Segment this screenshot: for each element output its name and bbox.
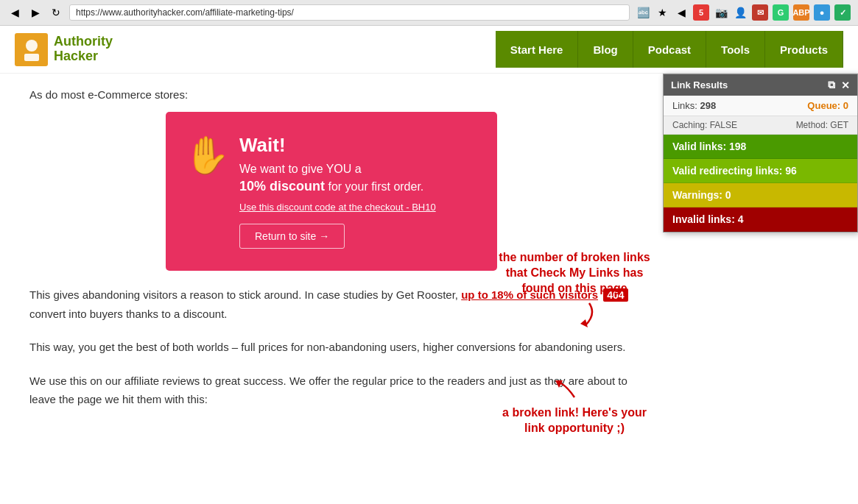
logo-image [15, 33, 48, 66]
logo-text: Authority Hacker [54, 35, 113, 64]
nav-products[interactable]: Products [765, 31, 843, 68]
valid-redirecting-stat: Valid redirecting links: 96 [664, 159, 857, 183]
arrow-to-panel [552, 299, 597, 329]
popup-code: Use this discount code at the checkout -… [239, 202, 471, 213]
forward-icon[interactable]: ▶ [28, 5, 43, 20]
annotation-broken-link-text: a broken link! Here's your link opportun… [493, 405, 655, 436]
queue-value: Queue: 0 [807, 100, 848, 111]
browser-chrome: ◀ ▶ ↻ 🔤 ★ ◀ 5 📷 👤 ✉ G ABP ● ✓ [0, 0, 858, 26]
ext-g[interactable]: G [773, 4, 789, 21]
main-nav: Start Here Blog Podcast Tools Products [496, 31, 843, 68]
browser-extension-icons: 🔤 ★ ◀ 5 📷 👤 ✉ G ABP ● ✓ [636, 4, 851, 21]
panel-close-icon[interactable]: ✕ [841, 79, 850, 91]
ext-check[interactable]: ✓ [834, 4, 851, 21]
ext-blue[interactable]: ● [814, 4, 830, 21]
bookmark-icon[interactable]: ★ [655, 5, 669, 20]
svg-marker-3 [580, 319, 588, 327]
translate-icon[interactable]: 🔤 [636, 5, 650, 20]
svg-point-1 [26, 40, 38, 52]
panel-meta: Caching: FALSE Method: GET [664, 116, 857, 135]
para2: This way, you get the best of both world… [29, 338, 633, 357]
svg-rect-2 [24, 54, 39, 61]
nav-tools[interactable]: Tools [706, 31, 765, 68]
refresh-icon[interactable]: ↻ [49, 5, 63, 20]
logo-area[interactable]: Authority Hacker [15, 33, 113, 66]
caching-label: Caching: FALSE [672, 120, 737, 130]
url-bar[interactable] [69, 4, 630, 21]
hand-icon: ✋ [184, 134, 230, 177]
invalid-links-stat: Invalid links: 4 [664, 207, 857, 232]
panel-links-row: Links: 298 Queue: 0 [664, 96, 857, 116]
method-label: Method: GET [796, 120, 848, 130]
user-icon[interactable]: 👤 [733, 5, 748, 20]
annotation-broken-count: the number of broken links that Check My… [493, 250, 655, 332]
link-results-panel: Link Results ⧉ ✕ Links: 298 Queue: 0 Cac… [663, 74, 858, 233]
annotation-broken-count-text: the number of broken links that Check My… [493, 250, 655, 296]
annotation-broken-link: a broken link! Here's your link opportun… [493, 379, 655, 436]
nav-blog[interactable]: Blog [578, 31, 633, 68]
popup-title: Wait! [239, 134, 471, 157]
intro-text: As do most e-Commerce stores: [29, 88, 633, 101]
return-to-site-button[interactable]: Return to site → [239, 224, 345, 249]
nav-podcast[interactable]: Podcast [633, 31, 706, 68]
panel-expand-icon[interactable]: ⧉ [828, 79, 835, 91]
links-label: Links: 298 [672, 100, 716, 111]
back-icon[interactable]: ◀ [7, 5, 22, 20]
nav-start-here[interactable]: Start Here [496, 31, 579, 68]
panel-header: Link Results ⧉ ✕ [664, 74, 857, 96]
ext-icon-5[interactable]: 5 [693, 4, 709, 21]
ext-abp[interactable]: ABP [793, 4, 809, 21]
arrow-to-link [552, 379, 597, 401]
site-header: Authority Hacker Start Here Blog Podcast… [0, 26, 858, 74]
page-wrapper: As do most e-Commerce stores: ✋ Wait! We… [0, 74, 858, 439]
ext-gmail[interactable]: ✉ [752, 4, 768, 21]
panel-title: Link Results [671, 79, 828, 90]
popup-box: ✋ Wait! We want to give YOU a 10% discou… [166, 112, 497, 271]
valid-links-stat: Valid links: 198 [664, 135, 857, 159]
popup-discount: 10% discount for your first order. [239, 179, 471, 194]
popup-subtitle: We want to give YOU a [239, 163, 471, 176]
camera-icon[interactable]: 📷 [714, 5, 728, 20]
warnings-stat: Warnings: 0 [664, 183, 857, 207]
nav-icon-1[interactable]: ◀ [674, 5, 689, 20]
panel-header-icons: ⧉ ✕ [828, 79, 850, 91]
